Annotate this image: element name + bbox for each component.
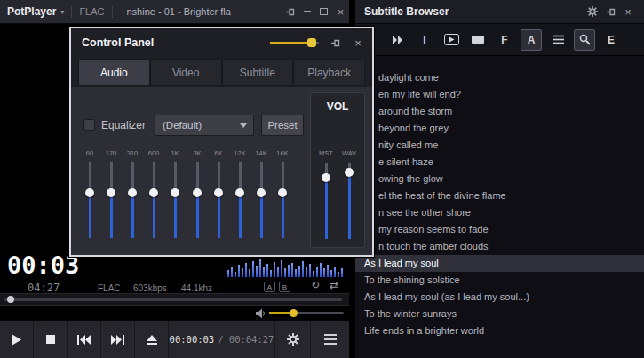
seek-knob[interactable] <box>7 296 14 303</box>
video-frame-icon[interactable] <box>441 29 462 51</box>
repeat-icon[interactable]: ↻ <box>311 279 320 291</box>
subtitle-line[interactable]: To the shining solstice <box>355 272 644 289</box>
subtitle-line[interactable]: nity called me <box>355 137 644 154</box>
eq-slider-knob[interactable] <box>171 188 179 197</box>
style-a-button[interactable]: A <box>521 29 542 51</box>
equalizer-checkbox[interactable] <box>83 119 95 131</box>
eq-slider[interactable] <box>189 162 205 238</box>
control-panel-dialog: Control Panel × Audio Video Subtitle Pla… <box>69 27 374 257</box>
menu-button[interactable] <box>310 321 349 358</box>
tab-audio[interactable]: Audio <box>78 59 150 86</box>
stop-button[interactable] <box>34 321 68 358</box>
shuffle-icon[interactable]: ⇄ <box>330 279 338 291</box>
previous-button[interactable] <box>68 321 101 358</box>
ab-repeat-a-badge[interactable]: A <box>264 282 275 292</box>
eq-slider-knob[interactable] <box>214 188 223 197</box>
master-volume-slider[interactable] <box>318 163 334 239</box>
eq-slider[interactable] <box>253 162 269 238</box>
eq-slider-knob[interactable] <box>85 188 94 197</box>
preset-button[interactable]: Preset <box>261 115 304 136</box>
samplerate-label: 44.1khz <box>181 283 212 293</box>
subtitle-line[interactable]: beyond the grey <box>355 120 644 137</box>
subtitle-line[interactable]: el the heat of the divine flame <box>355 187 644 204</box>
settings-button[interactable] <box>274 321 310 358</box>
minimize-icon[interactable] <box>298 0 315 24</box>
volume-knob[interactable] <box>290 309 298 317</box>
chevron-down-icon <box>240 123 247 128</box>
pin-icon[interactable] <box>282 0 298 24</box>
pin-icon[interactable] <box>328 34 342 52</box>
eq-slider[interactable] <box>167 162 183 238</box>
close-icon[interactable]: × <box>619 0 637 24</box>
subtitle-line[interactable]: my reason seems to fade <box>355 221 644 238</box>
eq-slider[interactable] <box>232 162 248 238</box>
fast-forward-icon[interactable] <box>387 29 409 51</box>
preset-dropdown[interactable]: (Default) <box>155 115 254 136</box>
eq-band-label: 16K <box>269 149 296 157</box>
spectrum-visualizer <box>227 258 345 277</box>
gear-icon[interactable] <box>584 0 601 24</box>
close-icon[interactable]: × <box>332 0 349 24</box>
tab-playback[interactable]: Playback <box>293 59 365 86</box>
play-icon <box>12 334 21 346</box>
volume-row <box>0 306 349 320</box>
seek-bar[interactable] <box>0 293 349 306</box>
search-icon[interactable] <box>574 29 595 51</box>
wave-volume-slider[interactable] <box>341 163 357 239</box>
eq-slider-knob[interactable] <box>128 188 137 197</box>
eq-slider[interactable] <box>274 162 290 238</box>
eq-slider[interactable] <box>82 162 98 238</box>
list-menu-icon[interactable] <box>547 29 568 51</box>
eq-slider-knob[interactable] <box>193 188 202 197</box>
stop-icon <box>46 335 55 344</box>
channel-label-mst: MST <box>315 149 337 157</box>
subtitle-line[interactable]: around the storm <box>355 103 644 120</box>
play-button[interactable] <box>0 321 34 358</box>
subtitle-line[interactable]: owing the glow <box>355 171 644 187</box>
subtitle-line[interactable]: n touch the amber clouds <box>355 238 644 255</box>
transport-time: 00:00:03 / 00:04:27 <box>169 321 274 358</box>
pin-icon[interactable] <box>601 0 619 24</box>
subtitle-line[interactable]: en my life will end? <box>355 86 644 103</box>
transport-bar: 00:00:03 / 00:04:27 <box>0 320 349 358</box>
close-icon[interactable]: × <box>351 34 365 52</box>
panel-volume-slider[interactable] <box>270 36 319 49</box>
ab-repeat-b-badge[interactable]: B <box>279 282 290 292</box>
next-button[interactable] <box>101 321 135 358</box>
subtitle-browser-title: Subtitle Browser <box>364 5 449 18</box>
subtitle-line[interactable]: Life ends in a brighter world <box>355 322 644 339</box>
subtitle-line[interactable]: As I lead my soul (as I lead my soul...) <box>355 289 644 306</box>
eq-slider-knob[interactable] <box>235 188 244 197</box>
subtitle-line-selected[interactable]: As I lead my soul <box>355 255 644 272</box>
eq-slider[interactable] <box>124 162 140 238</box>
transport-time-total: / 00:04:27 <box>218 334 274 345</box>
eq-slider[interactable] <box>103 162 119 238</box>
tab-video[interactable]: Video <box>150 59 222 86</box>
eq-slider[interactable] <box>211 162 227 238</box>
encoding-button[interactable]: E <box>600 29 622 51</box>
app-menu[interactable]: PotPlayer <box>7 5 56 18</box>
maximize-icon[interactable] <box>315 0 332 24</box>
eq-slider-knob[interactable] <box>257 188 266 197</box>
subtitle-line[interactable]: e silent haze <box>355 154 644 171</box>
subtitle-list: daylight come en my life will end? aroun… <box>355 69 644 339</box>
bitrate-label: 603kbps <box>133 283 167 293</box>
subtitle-line[interactable]: n see the other shore <box>355 204 644 221</box>
font-button[interactable]: F <box>494 29 515 51</box>
eq-slider-knob[interactable] <box>149 188 158 197</box>
panel-volume-knob[interactable] <box>307 38 316 47</box>
tab-subtitle[interactable]: Subtitle <box>222 59 294 86</box>
subtitle-line[interactable]: daylight come <box>355 69 644 86</box>
eq-slider[interactable] <box>146 162 162 238</box>
filled-rect-icon[interactable] <box>467 29 489 51</box>
master-volume-knob[interactable] <box>322 173 330 182</box>
italic-button[interactable]: I <box>414 29 435 51</box>
wave-volume-knob[interactable] <box>345 168 354 177</box>
seek-track[interactable] <box>4 298 342 301</box>
control-panel-title: Control Panel <box>82 36 154 49</box>
subtitle-line[interactable]: To the winter sunrays <box>355 306 644 322</box>
eq-slider-knob[interactable] <box>107 188 115 197</box>
chevron-down-icon[interactable]: ▾ <box>60 8 64 16</box>
eq-slider-knob[interactable] <box>278 188 287 197</box>
eject-button[interactable] <box>135 321 169 358</box>
